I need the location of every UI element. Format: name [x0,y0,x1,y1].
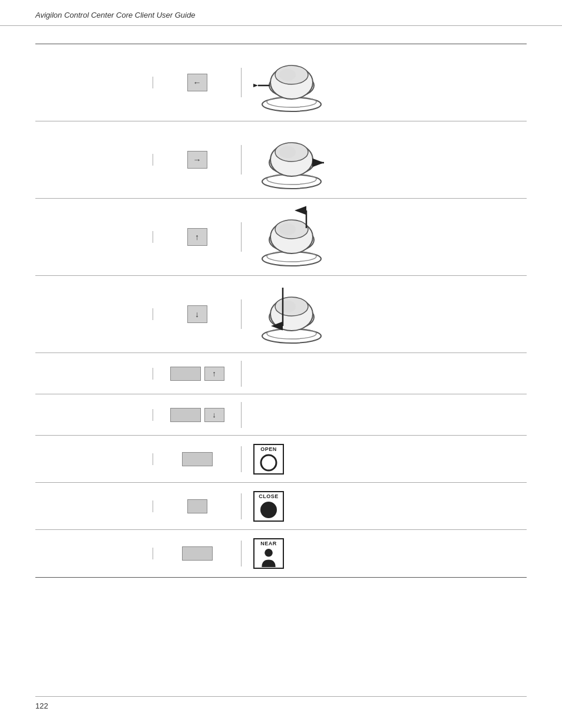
zoom-in-up-button[interactable]: ↑ [204,367,224,381]
col-visual-tilt-up [242,199,527,275]
zoom-out-buttons: ↓ [170,408,224,422]
col-visual-iris-open: OPEN [242,438,527,480]
table-container: ← [35,44,527,578]
col-desc [35,308,153,320]
table-row: → [35,121,527,199]
zoom-in-buttons: ↑ [170,367,224,381]
col-desc [35,231,153,243]
open-label: OPEN [260,445,277,452]
col-icon-tilt-down: ↓ [153,299,242,329]
col-icon-pan-left: ← [153,68,242,97]
table-row: ↑ [35,353,527,394]
col-visual-tilt-down [242,276,527,353]
table-row: ↑ [35,199,527,276]
zoom-out-down-button[interactable]: ↓ [204,408,224,422]
col-visual-pan-left [242,44,527,121]
table-row: NEAR [35,530,527,577]
table-row: CLOSE [35,483,527,530]
table-row: OPEN [35,436,527,483]
col-desc [35,154,153,166]
col-icon-tilt-up: ↑ [153,222,242,252]
col-visual-iris-close: CLOSE [242,485,527,528]
pan-left-button[interactable]: ← [187,74,207,91]
close-icon: CLOSE [253,491,284,522]
tilt-down-button[interactable]: ↓ [187,305,207,323]
col-visual-near: NEAR [242,532,527,575]
svg-point-26 [279,301,296,312]
table-row: ← [35,44,527,121]
near-button[interactable] [182,546,213,561]
page-number: 122 [35,701,48,710]
page-footer: 122 [35,696,527,710]
col-visual-zoom-out [242,409,527,421]
dome-tilt-down-svg [253,282,330,347]
svg-point-29 [261,502,276,518]
svg-point-12 [279,146,296,158]
iris-open-button[interactable] [182,452,213,466]
col-icon-zoom-in: ↑ [153,361,242,387]
svg-point-5 [279,69,296,81]
page-header: Avigilon Control Center Core Client User… [0,0,562,26]
col-desc [35,368,153,380]
col-desc [35,548,153,559]
col-desc [35,500,153,512]
col-desc [35,409,153,421]
svg-point-28 [261,455,276,470]
pan-right-button[interactable]: → [187,151,207,169]
dome-pan-right-svg [253,127,330,192]
table-row: ↓ [35,276,527,353]
zoom-in-wide-button[interactable] [170,367,201,381]
col-desc [35,453,153,465]
table-row: ↓ [35,394,527,436]
col-visual-zoom-in [242,368,527,380]
col-icon-zoom-out: ↓ [153,402,242,428]
iris-close-button[interactable] [187,499,207,513]
open-icon: OPEN [253,444,284,475]
svg-point-19 [279,223,296,235]
tilt-up-button[interactable]: ↑ [187,228,207,246]
near-icon: NEAR [253,538,284,569]
col-desc [35,77,153,88]
close-label: CLOSE [259,492,279,499]
col-icon-iris-close [153,493,242,519]
col-icon-pan-right: → [153,145,242,174]
col-icon-near [153,541,242,566]
dome-tilt-up-svg [253,205,330,269]
col-visual-pan-right [242,121,527,198]
zoom-out-wide-button[interactable] [170,408,201,422]
svg-point-30 [265,549,273,557]
dome-pan-left-svg [253,50,330,115]
col-icon-iris-open [153,446,242,472]
near-label: NEAR [260,539,277,546]
